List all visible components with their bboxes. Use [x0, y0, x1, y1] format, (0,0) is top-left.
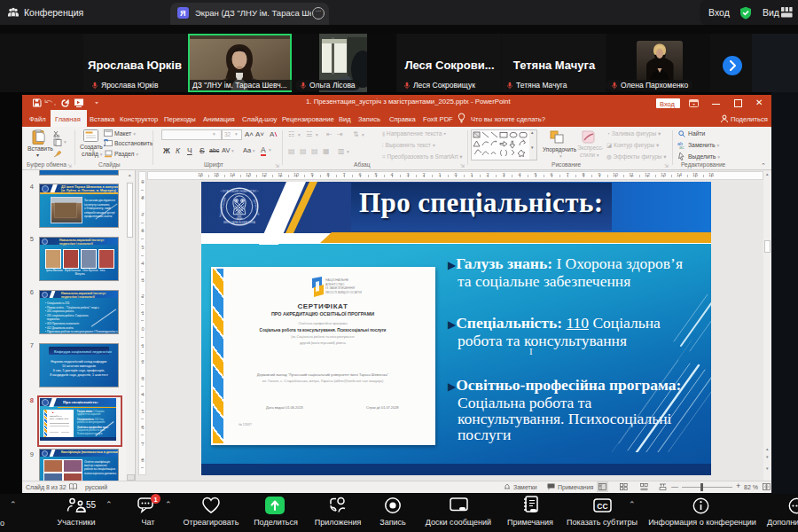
svg-text:CC: CC	[597, 502, 607, 511]
svg-text:• ЛУГАНСЬКИЙ УНІВЕРСИТЕТ •: • ЛУГАНСЬКИЙ УНІВЕРСИТЕТ •	[221, 190, 259, 193]
svg-text:ac: ac	[679, 145, 685, 149]
svg-text:A: A	[270, 130, 275, 138]
svg-text:ІМЕНІ ТАРАСА ШЕВЧЕНКА: ІМЕНІ ТАРАСА ШЕВЧЕНКА	[223, 221, 255, 224]
svg-text:ДЕРЖАВНИЙ: ДЕРЖАВНИЙ	[253, 200, 260, 216]
